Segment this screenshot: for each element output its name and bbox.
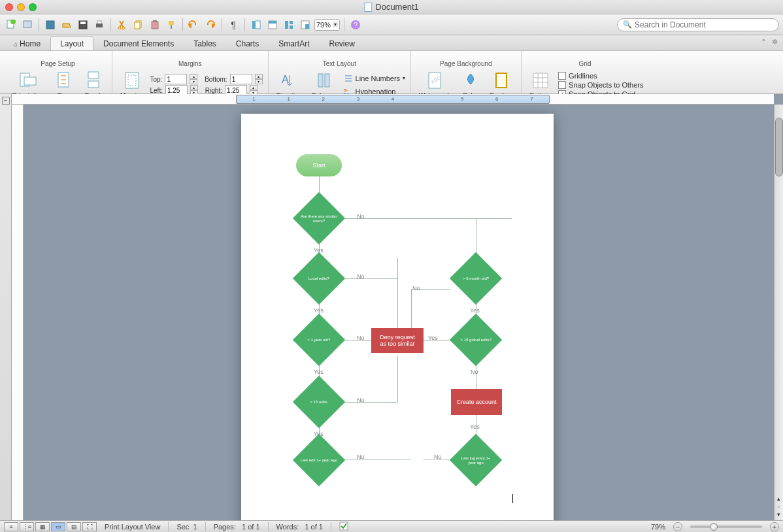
collapse-ribbon-button[interactable]: ⌃ <box>761 38 767 46</box>
search-input[interactable] <box>635 20 773 29</box>
view-label: Print Layout View <box>105 523 160 531</box>
ribbon-options-button[interactable]: ✲ <box>772 38 778 46</box>
svg-rect-17 <box>256 21 260 29</box>
margin-top-label: Top: <box>150 76 163 83</box>
svg-rect-15 <box>171 25 172 29</box>
zoom-slider[interactable] <box>690 525 762 528</box>
save-button[interactable] <box>76 18 90 32</box>
view-outline-button[interactable]: ⋮≡ <box>20 522 34 531</box>
svg-rect-20 <box>285 21 288 29</box>
flowchart-start: Start <box>296 154 342 176</box>
flowchart: Start Are there any similar users? No Ye… <box>241 114 554 520</box>
zoom-slider-knob[interactable] <box>710 523 718 531</box>
format-painter-button[interactable] <box>164 18 178 32</box>
group-text-layout-title: Text Layout <box>323 60 356 67</box>
spellcheck-button[interactable] <box>339 522 350 532</box>
tab-document-elements[interactable]: Document Elements <box>93 36 184 50</box>
svg-rect-30 <box>88 72 99 78</box>
edge-label: No <box>434 454 442 460</box>
gridlines-checkbox[interactable]: Gridlines <box>558 72 643 80</box>
zoom-label: 79% <box>651 523 665 531</box>
text-cursor <box>512 494 513 503</box>
media-button[interactable] <box>298 18 312 32</box>
copy-button[interactable] <box>131 18 146 32</box>
zoom-out-button[interactable]: − <box>673 522 682 531</box>
tab-tables[interactable]: Tables <box>184 36 226 50</box>
svg-rect-28 <box>24 77 36 85</box>
view-print-layout-button[interactable]: ▭ <box>51 522 65 531</box>
line-numbers-button[interactable]: Line Numbers▾ <box>344 74 405 83</box>
svg-text:a-: a- <box>344 88 348 92</box>
edge-label: No <box>357 454 365 460</box>
margin-top-input[interactable] <box>165 74 187 84</box>
tab-smartart[interactable]: SmartArt <box>269 36 319 50</box>
flowchart-decision-local-edits: Local edits? <box>293 252 345 305</box>
edge-label: No <box>471 369 478 375</box>
open-button[interactable] <box>59 18 74 32</box>
vertical-ruler[interactable] <box>12 105 24 520</box>
tab-review[interactable]: Review <box>320 36 365 50</box>
svg-rect-5 <box>80 22 86 24</box>
svg-rect-6 <box>96 24 103 27</box>
minimize-window-button[interactable] <box>17 3 25 11</box>
flowchart-decision-15-global-edits: > 15 global edits? <box>450 314 502 366</box>
margin-top-spinner[interactable]: ▴▾ <box>190 74 197 84</box>
view-fullscreen-button[interactable]: ⛶ <box>82 522 97 531</box>
view-publishing-button[interactable]: ▦ <box>35 522 50 531</box>
edge-label: No <box>357 273 365 280</box>
words-label: Words: <box>276 523 299 531</box>
margin-bottom-label: Bottom: <box>205 76 227 83</box>
svg-rect-13 <box>153 20 157 22</box>
tab-layout[interactable]: Layout <box>50 36 93 50</box>
print-button[interactable] <box>92 18 107 32</box>
undo-button[interactable] <box>187 18 201 32</box>
next-page-button[interactable]: ▾ <box>775 511 783 518</box>
cut-button[interactable] <box>115 18 129 32</box>
margin-left-label: Left: <box>150 87 163 94</box>
document-area: 11234 567 <box>12 94 783 520</box>
group-grid-title: Grid <box>579 60 591 67</box>
tab-charts[interactable]: Charts <box>226 36 269 50</box>
horizontal-ruler[interactable]: 11234 567 <box>12 94 774 105</box>
show-marks-button[interactable]: ¶ <box>226 18 241 32</box>
workspace: ⌐ 11234 567 <box>0 94 783 520</box>
close-window-button[interactable] <box>5 3 13 11</box>
help-button[interactable]: ? <box>348 18 363 32</box>
svg-text:?: ? <box>354 21 358 29</box>
prev-page-button[interactable]: ▴ <box>775 495 783 502</box>
margin-bottom-spinner[interactable]: ▴▾ <box>255 74 263 84</box>
open-dropdown-button[interactable] <box>43 18 58 32</box>
left-gutter: ⌐ <box>0 94 12 520</box>
new-template-button[interactable] <box>20 18 35 32</box>
tab-selector-button[interactable]: ⌐ <box>2 97 10 105</box>
search-icon: 🔍 <box>623 20 632 29</box>
snap-others-checkbox[interactable]: Snap Objects to Others <box>558 81 643 89</box>
flowchart-process-create-account: Create account <box>451 389 502 415</box>
document-page[interactable]: Start Are there any similar users? No Ye… <box>241 114 554 520</box>
sidebar-toggle-button[interactable] <box>249 18 263 32</box>
zoom-window-button[interactable] <box>29 3 37 11</box>
view-notebook-button[interactable]: ▤ <box>67 522 81 531</box>
paste-button[interactable] <box>148 18 162 32</box>
vertical-scrollbar-thumb[interactable] <box>775 118 783 176</box>
zoom-in-button[interactable]: + <box>770 522 779 531</box>
svg-rect-36 <box>325 74 329 87</box>
svg-rect-31 <box>88 81 99 88</box>
zoom-combo[interactable]: 79% ▾ <box>314 19 340 31</box>
tab-home[interactable]: ⌂Home <box>4 36 50 50</box>
gallery-button[interactable] <box>282 18 296 32</box>
browse-object-button[interactable]: ◦ <box>775 504 783 510</box>
edge-label: No <box>357 397 365 403</box>
search-box[interactable]: 🔍 <box>617 18 779 31</box>
edge-label: Yes <box>314 369 324 375</box>
redo-button[interactable] <box>203 18 218 32</box>
edge-label: Yes <box>470 424 480 430</box>
quick-toolbar: ¶ 79% ▾ ? 🔍 <box>0 14 783 35</box>
vertical-scrollbar[interactable]: ▴ ◦ ▾ <box>774 105 783 520</box>
svg-rect-22 <box>290 25 293 29</box>
view-draft-button[interactable]: ≡ <box>4 522 18 531</box>
toolbox-button[interactable] <box>265 18 280 32</box>
margin-bottom-input[interactable] <box>230 74 252 84</box>
group-page-bg-title: Page Background <box>440 60 492 67</box>
new-doc-button[interactable] <box>4 18 18 32</box>
